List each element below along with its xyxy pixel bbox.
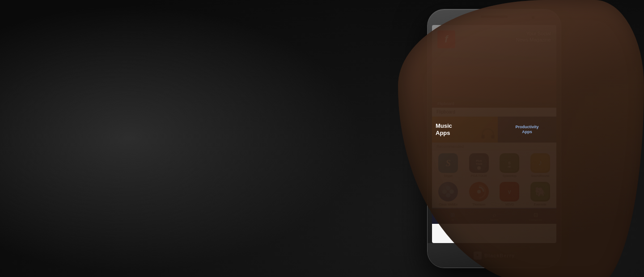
main-scene: f Your Social News Magazine Flipboard: [0, 0, 644, 277]
productivity-apps-label: Productivity Apps: [515, 125, 538, 134]
music-apps-label: Music Apps: [436, 122, 452, 136]
